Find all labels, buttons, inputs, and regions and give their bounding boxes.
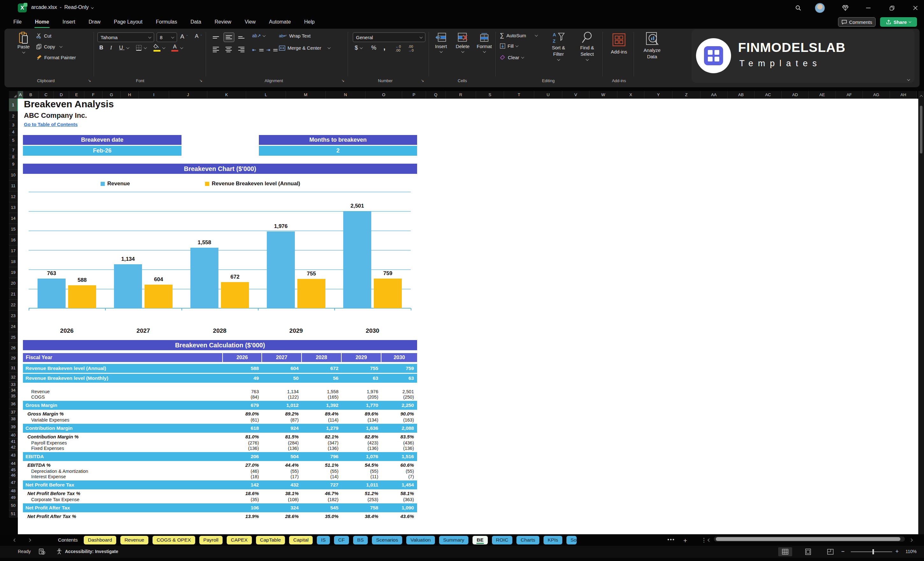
row-header-32[interactable]: 32 — [9, 373, 18, 382]
fill-color-button[interactable] — [153, 44, 165, 52]
ribbon-tab-draw[interactable]: Draw — [88, 18, 101, 26]
hscroll-left-arrow[interactable] — [708, 537, 710, 543]
horizontal-scrollbar-thumb[interactable] — [716, 537, 900, 541]
row-label[interactable]: Net Profit After Tax — [26, 503, 70, 512]
sheet-tab-roic[interactable]: ROIC — [492, 536, 513, 544]
font-color-button[interactable]: A — [171, 44, 183, 52]
align-center-button[interactable] — [224, 45, 234, 54]
cell-value[interactable]: 82.1% — [325, 434, 339, 440]
cell-value[interactable]: 206 — [250, 452, 259, 461]
cell-value[interactable]: 83.5% — [400, 434, 414, 440]
ribbon-tab-data[interactable]: Data — [190, 18, 202, 26]
cell-value[interactable]: 604 — [290, 364, 298, 373]
normal-view-button[interactable] — [778, 547, 792, 556]
wrap-text-button[interactable]: ab↵ Wrap Text — [279, 33, 310, 39]
cell-value[interactable]: 755 — [370, 364, 378, 373]
row-label[interactable]: EBITDA — [26, 452, 44, 461]
cell-value[interactable]: 924 — [290, 424, 298, 433]
sheet-tab-cogs-opex[interactable]: COGS & OPEX — [153, 536, 195, 544]
font-dialog-launcher[interactable]: ↘ — [200, 78, 202, 83]
increase-font-button[interactable]: Aˆ — [180, 33, 188, 40]
row-header-39[interactable]: 39 — [9, 422, 18, 432]
cell-value[interactable]: 763 — [251, 389, 259, 394]
column-header-M[interactable]: M — [286, 91, 326, 99]
row-header-5[interactable]: 5 — [9, 135, 18, 145]
cell-value[interactable]: 50 — [293, 374, 298, 383]
column-header-C[interactable]: C — [39, 91, 54, 99]
column-header-D[interactable]: D — [54, 91, 69, 99]
comments-button[interactable]: Comments — [838, 17, 876, 27]
column-header-E[interactable]: E — [69, 91, 84, 99]
column-header-Q[interactable]: Q — [426, 91, 446, 99]
fiscal-year-2026[interactable]: 2026 — [222, 353, 261, 362]
ribbon-tab-page-layout[interactable]: Page Layout — [113, 18, 143, 26]
row-label[interactable]: Interest Expense — [31, 474, 66, 480]
ribbon-tab-formulas[interactable]: Formulas — [155, 18, 178, 26]
italic-button[interactable]: I — [110, 45, 112, 51]
column-header-J[interactable]: J — [169, 91, 207, 99]
cell-value[interactable]: (136) — [368, 446, 378, 451]
cell-value[interactable]: 1,090 — [402, 503, 414, 512]
cell-value[interactable]: (136) — [288, 446, 298, 451]
sheet-tab-so[interactable]: So — [566, 536, 577, 544]
align-bottom-button[interactable] — [236, 33, 247, 42]
decrease-indent-button[interactable]: ⇤ — [252, 45, 265, 55]
row-header-10[interactable]: 10 — [9, 170, 18, 180]
column-header-Y[interactable]: Y — [645, 91, 672, 99]
column-header-AB[interactable]: AB — [728, 91, 754, 99]
cell-value[interactable]: (55) — [370, 469, 378, 474]
sheet-tab-captable[interactable]: CapTable — [256, 536, 285, 544]
alignment-dialog-launcher[interactable]: ↘ — [341, 78, 345, 83]
column-header-V[interactable]: V — [562, 91, 590, 99]
cell-value[interactable]: 54.5% — [364, 462, 378, 469]
row-label[interactable]: EBITDA % — [27, 462, 51, 469]
cell-value[interactable]: (55) — [406, 469, 414, 474]
column-header-AC[interactable]: AC — [754, 91, 782, 99]
vertical-scrollbar-thumb[interactable] — [920, 106, 922, 153]
sheet-tab-charts[interactable]: Charts — [516, 536, 539, 544]
cell-value[interactable]: (122) — [288, 394, 298, 400]
row-header-31[interactable]: 31 — [9, 363, 18, 373]
row-header-34[interactable]: 34 — [9, 387, 18, 393]
row-header-51[interactable]: 51 — [9, 510, 18, 518]
cell-value[interactable]: (136) — [403, 446, 414, 451]
sheet-options-button[interactable]: ⋮ — [701, 537, 706, 543]
cell-value[interactable]: (276) — [248, 440, 259, 446]
sheet-tab-dashboard[interactable]: Dashboard — [84, 536, 116, 544]
column-header-AF[interactable]: AF — [836, 91, 863, 99]
cell-value[interactable]: 1,636 — [366, 424, 378, 433]
row-label[interactable]: Fixed Expenses — [31, 446, 64, 451]
row-header-4[interactable]: 4 — [9, 129, 18, 135]
row-header-25[interactable]: 25 — [9, 332, 18, 343]
share-button[interactable]: Share — [880, 17, 917, 27]
row-header-8[interactable]: 8 — [9, 155, 18, 159]
prev-sheet-arrow[interactable] — [14, 537, 16, 543]
autosum-button[interactable]: ∑ AutoSum — [500, 32, 537, 39]
cut-button[interactable]: Cut — [36, 33, 51, 39]
cell-value[interactable]: (250) — [403, 394, 414, 400]
column-header-I[interactable]: I — [139, 91, 169, 99]
row-header-2[interactable]: 2 — [9, 111, 18, 121]
cell-value[interactable]: (87) — [290, 417, 298, 423]
sheet-tab-is[interactable]: IS — [317, 536, 330, 544]
row-header-46[interactable]: 46 — [9, 472, 18, 478]
cell-value[interactable]: 588 — [250, 364, 259, 373]
cell-value[interactable]: 63 — [408, 374, 414, 383]
cell-value[interactable]: 18.6% — [245, 490, 259, 497]
ribbon-tab-help[interactable]: Help — [303, 18, 315, 26]
font-name-select[interactable]: Tahoma — [98, 33, 154, 42]
sheet-tab-valuation[interactable]: Valuation — [406, 536, 435, 544]
row-label[interactable]: Payroll Expenses — [31, 440, 67, 446]
fiscal-year-2029[interactable]: 2029 — [341, 353, 381, 362]
row-header-11[interactable]: 11 — [9, 180, 18, 191]
row-label[interactable]: COGS — [31, 394, 45, 400]
cell-value[interactable]: 89.0% — [245, 410, 259, 417]
zoom-level[interactable]: 110% — [906, 549, 916, 554]
increase-decimal-button[interactable]: ←0.00 — [396, 45, 401, 52]
row-header-14[interactable]: 14 — [9, 213, 18, 224]
zoom-slider-thumb[interactable] — [872, 549, 874, 554]
row-header-12[interactable]: 12 — [9, 191, 18, 202]
row-label[interactable]: Net Profit Before Tax % — [27, 490, 80, 497]
cell-value[interactable]: (436) — [403, 440, 414, 446]
cell-value[interactable]: 38.4% — [364, 513, 378, 520]
